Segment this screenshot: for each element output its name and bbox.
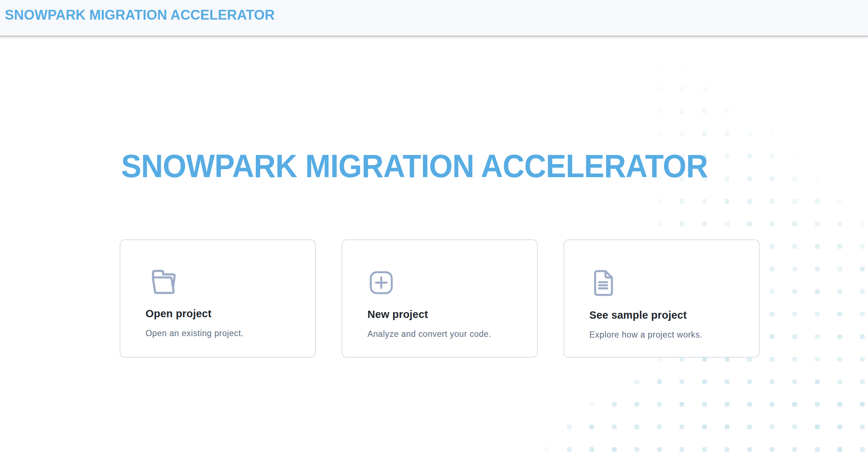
dot xyxy=(747,176,752,181)
dot xyxy=(792,334,797,339)
app-titlebar: SNOWPARK MIGRATION ACCELERATOR xyxy=(0,0,868,36)
dot xyxy=(770,402,775,407)
dot xyxy=(837,199,842,204)
dot xyxy=(657,86,662,91)
dot xyxy=(837,425,842,429)
dot xyxy=(725,402,729,407)
open-project-card[interactable]: Open project Open an existing project. xyxy=(120,239,316,358)
dot xyxy=(725,199,729,204)
dot xyxy=(657,425,662,429)
dot xyxy=(815,357,820,362)
app-window: SNOWPARK MIGRATION ACCELERATOR SNOWPARK … xyxy=(0,0,868,454)
dot xyxy=(657,131,662,136)
dot xyxy=(702,199,707,204)
card-title: Open project xyxy=(146,308,300,320)
dot xyxy=(792,425,797,429)
dot xyxy=(770,267,775,271)
plus-square-icon xyxy=(367,268,522,297)
dot xyxy=(747,425,752,429)
card-title: See sample project xyxy=(589,309,744,321)
dot xyxy=(612,425,617,429)
dot xyxy=(770,244,775,249)
dot xyxy=(702,86,707,91)
dot xyxy=(702,131,707,136)
dot xyxy=(815,244,820,249)
dot xyxy=(725,154,729,159)
dot xyxy=(860,222,865,226)
dot xyxy=(860,334,865,339)
dot xyxy=(815,425,820,429)
card-title: New project xyxy=(367,308,522,320)
dot xyxy=(702,447,707,452)
file-text-icon xyxy=(589,268,744,298)
dot xyxy=(837,402,842,407)
dot xyxy=(860,267,865,271)
dot xyxy=(860,379,865,384)
dot xyxy=(770,176,775,181)
dot xyxy=(680,64,684,68)
new-project-card[interactable]: New project Analyze and convert your cod… xyxy=(342,239,538,358)
dot xyxy=(792,199,797,204)
dot xyxy=(837,334,842,339)
dot xyxy=(702,109,707,114)
folder-open-icon xyxy=(146,268,300,296)
dot xyxy=(680,131,684,136)
dot xyxy=(860,402,865,407)
card-description: Analyze and convert your code. xyxy=(367,329,522,339)
dot xyxy=(702,425,707,429)
dot xyxy=(544,447,549,452)
dot xyxy=(657,379,662,384)
dot xyxy=(747,199,752,204)
dot xyxy=(680,402,684,407)
dot xyxy=(747,222,752,226)
dot xyxy=(860,289,865,294)
dot xyxy=(792,312,797,316)
card-description: Explore how a project works. xyxy=(589,330,744,340)
dot xyxy=(815,334,820,339)
dot xyxy=(725,176,729,181)
dot xyxy=(680,379,684,384)
dot xyxy=(747,154,752,159)
dot xyxy=(770,131,775,136)
dot xyxy=(680,199,684,204)
dot xyxy=(837,289,842,294)
dot xyxy=(725,131,729,136)
dot xyxy=(770,379,775,384)
dot-pattern-decoration xyxy=(0,0,868,454)
dot xyxy=(837,312,842,316)
dot xyxy=(589,447,594,452)
dot xyxy=(770,312,775,316)
dot xyxy=(680,425,684,429)
dot xyxy=(657,222,662,226)
dot xyxy=(815,379,820,384)
dot xyxy=(612,402,617,407)
dot xyxy=(792,447,797,452)
dot xyxy=(815,199,820,204)
page-title: SNOWPARK MIGRATION ACCELERATOR xyxy=(121,150,708,182)
dot xyxy=(680,109,684,114)
dot xyxy=(770,154,775,159)
dot xyxy=(860,244,865,249)
dot xyxy=(657,109,662,114)
dot xyxy=(567,447,572,452)
see-sample-project-card[interactable]: See sample project Explore how a project… xyxy=(564,239,760,358)
dot xyxy=(634,425,639,429)
dot xyxy=(725,379,729,384)
dot xyxy=(634,379,639,384)
dot xyxy=(702,222,707,226)
dot xyxy=(815,267,820,271)
dot xyxy=(770,289,775,294)
dot xyxy=(634,447,639,452)
dot xyxy=(837,244,842,249)
dot xyxy=(815,222,820,226)
dot xyxy=(589,402,594,407)
dot xyxy=(747,402,752,407)
dot xyxy=(770,222,775,226)
dot xyxy=(747,131,752,136)
dot xyxy=(589,425,594,429)
dot xyxy=(837,447,842,452)
dot xyxy=(725,425,729,429)
dot xyxy=(567,425,572,429)
dot xyxy=(657,447,662,452)
dot xyxy=(815,447,820,452)
